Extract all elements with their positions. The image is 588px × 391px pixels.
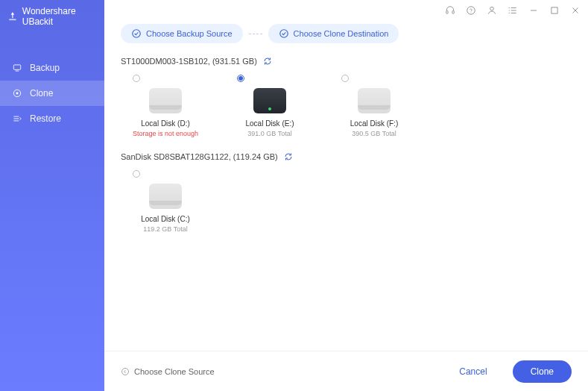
drive-icon bbox=[149, 88, 182, 113]
svg-point-13 bbox=[279, 30, 288, 38]
main-area: Choose Backup Source Choose Clone Destin… bbox=[104, 0, 588, 391]
sidebar-nav: Backup Clone Restore bbox=[0, 55, 104, 131]
check-circle-icon bbox=[279, 28, 289, 39]
sidebar-item-backup[interactable]: Backup bbox=[0, 55, 104, 81]
sidebar-item-label: Clone bbox=[30, 88, 53, 98]
back-label: Choose Clone Source bbox=[134, 367, 215, 376]
drive-icon bbox=[253, 88, 286, 113]
svg-point-8 bbox=[509, 7, 510, 8]
step-choose-source[interactable]: Choose Backup Source bbox=[121, 24, 243, 43]
disk-option-f[interactable]: Local Disk (F:) 390.5 GB Total bbox=[337, 75, 411, 137]
help-icon[interactable] bbox=[466, 5, 476, 16]
clone-button[interactable]: Clone bbox=[513, 360, 572, 383]
step-connector bbox=[249, 34, 262, 34]
step-indicator: Choose Backup Source Choose Clone Destin… bbox=[121, 24, 572, 43]
svg-point-2 bbox=[16, 93, 19, 95]
restore-icon bbox=[12, 113, 22, 124]
disk-list: Local Disk (C:) 119.2 GB Total bbox=[128, 170, 572, 233]
svg-rect-4 bbox=[452, 11, 454, 13]
refresh-icon[interactable] bbox=[284, 152, 293, 161]
disk-option-e[interactable]: Local Disk (E:) 391.0 GB Total bbox=[233, 75, 307, 137]
sidebar-item-label: Restore bbox=[30, 113, 61, 124]
disk-name: Local Disk (D:) bbox=[141, 119, 190, 128]
svg-point-6 bbox=[471, 12, 472, 13]
footer: Choose Clone Source Cancel Clone bbox=[104, 351, 588, 391]
disk-option-d[interactable]: Local Disk (D:) Storage is not enough bbox=[128, 75, 203, 137]
chevron-left-circle-icon bbox=[121, 367, 130, 376]
radio-icon bbox=[133, 75, 140, 82]
disk-name: Local Disk (E:) bbox=[245, 119, 294, 128]
refresh-icon[interactable] bbox=[263, 57, 272, 66]
titlebar bbox=[104, 0, 588, 21]
svg-rect-3 bbox=[446, 11, 448, 13]
app-logo-icon bbox=[7, 10, 18, 22]
step-label: Choose Backup Source bbox=[146, 29, 233, 38]
menu-list-icon[interactable] bbox=[508, 5, 518, 16]
svg-point-12 bbox=[133, 30, 141, 38]
sidebar-item-label: Backup bbox=[30, 63, 60, 73]
svg-point-7 bbox=[490, 7, 494, 10]
disk-option-c[interactable]: Local Disk (C:) 119.2 GB Total bbox=[128, 170, 203, 233]
disk-name: Local Disk (F:) bbox=[350, 119, 398, 128]
svg-rect-11 bbox=[551, 7, 557, 13]
user-icon[interactable] bbox=[487, 5, 497, 16]
disk-subtext: Storage is not enough bbox=[133, 130, 198, 137]
headset-icon[interactable] bbox=[445, 5, 455, 16]
content: Choose Backup Source Choose Clone Destin… bbox=[104, 21, 588, 351]
disk-subtext: 391.0 GB Total bbox=[247, 130, 291, 137]
backup-icon bbox=[12, 63, 22, 73]
disk-group-title: SanDisk SD8SBAT128G1122, (119.24 GB) bbox=[121, 152, 278, 161]
radio-icon bbox=[133, 170, 140, 178]
minimize-icon[interactable] bbox=[528, 5, 539, 16]
drive-icon bbox=[149, 184, 182, 209]
close-icon[interactable] bbox=[570, 5, 581, 16]
sidebar-item-restore[interactable]: Restore bbox=[0, 106, 104, 131]
sidebar-item-clone[interactable]: Clone bbox=[0, 81, 104, 106]
disk-name: Local Disk (C:) bbox=[141, 215, 190, 223]
svg-point-9 bbox=[509, 10, 510, 10]
radio-icon bbox=[341, 75, 349, 82]
sidebar: Wondershare UBackit Backup Clone Restore bbox=[0, 0, 104, 391]
app-brand: Wondershare UBackit bbox=[0, 0, 104, 33]
svg-point-14 bbox=[122, 368, 129, 375]
svg-point-5 bbox=[467, 7, 475, 15]
disk-subtext: 390.5 GB Total bbox=[352, 130, 396, 137]
drive-icon bbox=[358, 88, 391, 113]
step-choose-destination[interactable]: Choose Clone Destination bbox=[268, 24, 399, 43]
maximize-icon[interactable] bbox=[549, 5, 560, 16]
svg-point-10 bbox=[509, 13, 510, 13]
disk-group-header: SanDisk SD8SBAT128G1122, (119.24 GB) bbox=[121, 152, 572, 161]
disk-group-header: ST1000DM003-1SB102, (931.51 GB) bbox=[121, 57, 572, 66]
cancel-button[interactable]: Cancel bbox=[441, 360, 505, 383]
step-label: Choose Clone Destination bbox=[294, 29, 389, 38]
radio-icon bbox=[237, 75, 244, 82]
disk-list: Local Disk (D:) Storage is not enough Lo… bbox=[128, 75, 572, 137]
check-circle-icon bbox=[131, 28, 142, 39]
disk-group-title: ST1000DM003-1SB102, (931.51 GB) bbox=[121, 57, 257, 66]
clone-icon bbox=[12, 88, 22, 98]
back-link[interactable]: Choose Clone Source bbox=[121, 367, 215, 376]
disk-subtext: 119.2 GB Total bbox=[143, 225, 187, 233]
svg-rect-0 bbox=[13, 65, 20, 69]
app-title: Wondershare UBackit bbox=[22, 6, 97, 27]
